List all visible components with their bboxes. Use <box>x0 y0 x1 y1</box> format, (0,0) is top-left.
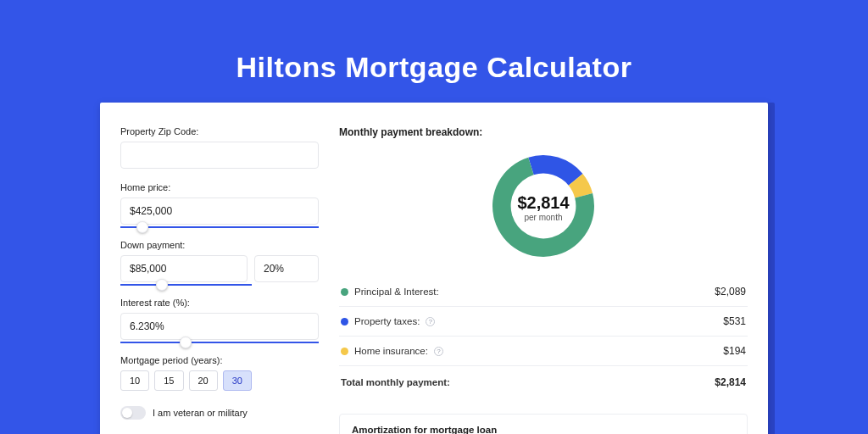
legend-label-total: Total monthly payment: <box>341 377 450 387</box>
term-option-20[interactable]: 20 <box>189 370 218 391</box>
legend-value-principal: $2,089 <box>715 286 746 298</box>
mortgage-period-label: Mortgage period (years): <box>120 355 319 365</box>
amortization-title: Amortization for mortgage loan <box>352 425 735 434</box>
down-payment-percent-input[interactable] <box>254 255 319 282</box>
inputs-panel: Property Zip Code: Home price: Down paym… <box>120 126 334 434</box>
home-price-input[interactable] <box>120 198 319 225</box>
legend-dot-insurance <box>341 348 348 355</box>
breakdown-title: Monthly payment breakdown: <box>339 126 748 138</box>
interest-rate-input[interactable] <box>120 313 319 340</box>
legend-row-taxes: Property taxes: ? $531 <box>339 307 748 337</box>
down-payment-label: Down payment: <box>120 240 319 250</box>
down-payment-slider-thumb[interactable] <box>156 279 168 291</box>
down-payment-amount-input[interactable] <box>120 255 248 282</box>
interest-rate-label: Interest rate (%): <box>120 298 319 308</box>
legend-label-taxes: Property taxes: <box>354 316 420 326</box>
donut-center: $2,814 per month <box>517 193 569 222</box>
down-payment-slider[interactable] <box>120 284 252 286</box>
amortization-box: Amortization for mortgage loan Amortizat… <box>339 414 748 434</box>
results-panel: Monthly payment breakdown: $2,814 per mo… <box>334 126 748 434</box>
term-option-10[interactable]: 10 <box>120 370 149 391</box>
help-icon[interactable]: ? <box>434 347 443 356</box>
term-option-30[interactable]: 30 <box>223 370 252 391</box>
zip-label: Property Zip Code: <box>120 126 319 136</box>
calculator-card: Property Zip Code: Home price: Down paym… <box>100 103 768 434</box>
home-price-slider-thumb[interactable] <box>136 221 148 233</box>
help-icon[interactable]: ? <box>426 317 435 326</box>
legend-dot-taxes <box>341 318 348 326</box>
home-price-label: Home price: <box>120 182 319 192</box>
legend-row-principal: Principal & Interest: $2,089 <box>339 277 748 307</box>
legend-value-taxes: $531 <box>723 315 746 327</box>
legend-row-total: Total monthly payment: $2,814 <box>339 366 748 397</box>
donut-center-caption: per month <box>517 213 569 222</box>
home-price-slider[interactable] <box>120 226 319 228</box>
donut-center-amount: $2,814 <box>517 193 569 213</box>
interest-rate-slider[interactable] <box>120 342 319 343</box>
legend-value-total: $2,814 <box>715 376 746 388</box>
legend-label-principal: Principal & Interest: <box>354 287 439 297</box>
veteran-label: I am veteran or military <box>153 408 248 418</box>
mortgage-period-group: 10 15 20 30 <box>120 370 319 391</box>
legend-row-insurance: Home insurance: ? $194 <box>339 337 748 366</box>
legend-label-insurance: Home insurance: <box>354 346 428 356</box>
zip-input[interactable] <box>120 142 319 169</box>
donut-chart: $2,814 per month <box>339 138 748 277</box>
page-title: Hiltons Mortgage Calculator <box>0 0 868 103</box>
interest-rate-slider-thumb[interactable] <box>180 337 192 348</box>
legend-value-insurance: $194 <box>723 345 746 357</box>
legend-dot-principal <box>341 288 348 296</box>
term-option-15[interactable]: 15 <box>154 370 183 391</box>
veteran-toggle[interactable] <box>120 406 146 420</box>
